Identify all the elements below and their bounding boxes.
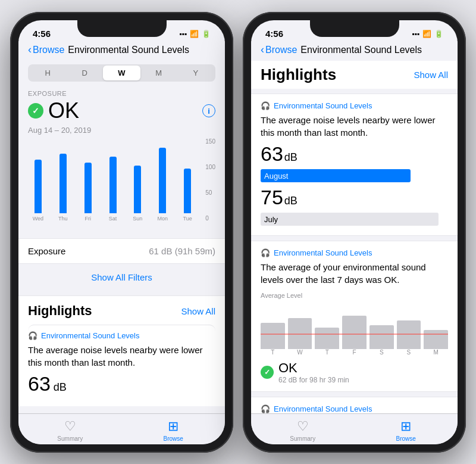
p2-bl-w: W (288, 349, 312, 356)
battery-icon-2: 🔋 (434, 30, 443, 38)
heart-icon-2: ♡ (297, 419, 309, 434)
exposure-row: Exposure 61 dB (91h 59m) (18, 238, 225, 264)
exposure-row-label: Exposure (28, 246, 65, 256)
highlight-text-1: The average noise levels nearby were low… (28, 344, 215, 369)
back-button-2[interactable]: ‹ Browse (261, 43, 297, 56)
chart-col-2: Fri (78, 163, 98, 222)
grid-icon-1: ⊞ (168, 419, 178, 434)
phone-1: 4:56 ↗ ▪▪▪ 📶 🔋 ‹ Browse Environmental So… (10, 12, 233, 453)
phones-container: 4:56 ↗ ▪▪▪ 📶 🔋 ‹ Browse Environmental So… (10, 12, 466, 453)
july-value: 75 (261, 186, 283, 209)
tab-summary-label-2: Summary (290, 435, 315, 442)
p2-bar-labels-2: T W T F S S M (261, 349, 448, 356)
tab-browse-1[interactable]: ⊞ Browse (122, 419, 226, 442)
p2-show-all[interactable]: Show All (414, 70, 448, 80)
avg-line (261, 334, 448, 335)
status-time-2: 4:56 (265, 29, 283, 39)
ear-icon-1: 🎧 (28, 331, 37, 340)
grid-0: 0 (205, 215, 215, 222)
august-db: 63 dB (261, 142, 448, 166)
exposure-section: EXPOSURE ✓ OK i (18, 85, 225, 126)
chart-col-1: Thu (53, 154, 73, 222)
tab-summary-label-1: Summary (57, 435, 83, 442)
bar-6 (184, 169, 191, 213)
avg-level-label: Average Level (261, 292, 448, 299)
notch-2 (310, 20, 399, 37)
ok-text: OK (48, 98, 79, 123)
p2-section-3: 🎧 Environmental Sound Levels Today, the … (251, 397, 458, 413)
signal-icon-2: ▪▪▪ (412, 30, 419, 38)
chevron-icon-1: ‹ (28, 43, 32, 56)
p2-category-2: 🎧 Environmental Sound Levels (261, 248, 448, 257)
chart-col-0: Wed (28, 160, 48, 222)
p2-highlights-title: Highlights (261, 66, 336, 84)
tab-browse-label-2: Browse (396, 435, 416, 442)
notch-1 (77, 20, 167, 37)
p2-section-2: 🎧 Environmental Sound Levels The average… (251, 241, 458, 392)
ear-icon-p2-3: 🎧 (261, 404, 270, 413)
check-circle: ✓ (28, 103, 43, 119)
p2-bar-t (261, 323, 285, 349)
p2-bar-s2 (397, 320, 421, 349)
august-unit: dB (284, 151, 298, 164)
p2-bl-m: M (424, 349, 448, 356)
wifi-icon: 📶 (190, 30, 199, 38)
back-label-1: Browse (33, 45, 64, 55)
segment-bar-1: H D W M Y (18, 61, 225, 85)
chart-col-3: Sat (103, 157, 123, 222)
chart-col-6: Tue (177, 169, 198, 222)
segment-m[interactable]: M (140, 66, 177, 80)
highlights-section-1: Highlights Show All 🎧 Environmental Soun… (18, 295, 225, 406)
p2-bar-s (369, 325, 394, 349)
p2-content: Highlights Show All 🎧 Environmental Soun… (251, 61, 458, 413)
p2-category-1: 🎧 Environmental Sound Levels (261, 101, 448, 110)
p2-category-3: 🎧 Environmental Sound Levels (261, 404, 448, 413)
highlights-header-1: Highlights Show All (28, 303, 215, 319)
p2-section-1: 🎧 Environmental Sound Levels The average… (251, 94, 458, 236)
show-all-filters[interactable]: Show All Filters (18, 264, 225, 291)
phone-2: 4:56 ↗ ▪▪▪ 📶 🔋 ‹ Browse Environmental So… (243, 12, 466, 453)
p2-text-2: The average of your environmental sound … (261, 261, 448, 286)
exposure-label: EXPOSURE (28, 90, 215, 97)
chart-col-5: Mon (152, 148, 173, 222)
p2-bar-m (424, 330, 448, 349)
segment-d[interactable]: D (66, 66, 103, 80)
show-all-link-1[interactable]: Show All (181, 306, 215, 316)
july-bar-wrap: July (261, 213, 448, 226)
date-range: Aug 14 – 20, 2019 (18, 126, 225, 138)
chart-bars-1: Wed Thu Fri Sat (28, 138, 215, 222)
ear-icon-p2-2: 🎧 (261, 248, 270, 257)
tab-browse-2[interactable]: ⊞ Browse (355, 419, 458, 442)
grid-50: 50 (205, 189, 215, 196)
chart-grid-1: 150 100 50 0 (205, 138, 215, 222)
info-button[interactable]: i (202, 104, 215, 117)
p2-bl-t: T (261, 349, 285, 356)
back-button-1[interactable]: ‹ Browse (28, 43, 64, 56)
status-time-1: 4:56 (33, 29, 51, 39)
highlight-category-1: 🎧 Environmental Sound Levels (28, 331, 215, 340)
battery-icon: 🔋 (202, 30, 211, 38)
segment-y[interactable]: Y (177, 66, 214, 80)
grid-icon-2: ⊞ (400, 419, 411, 434)
p2-cat-name-1: Environmental Sound Levels (274, 101, 372, 110)
nav-bar-1: ‹ Browse Environmental Sound Levels (18, 41, 225, 61)
p2-bl-s: S (369, 349, 394, 356)
grid-100: 100 (205, 164, 215, 170)
highlight-value-1: 63 dB (28, 372, 215, 396)
highlight-card-1: 🎧 Environmental Sound Levels The average… (28, 325, 215, 401)
ok-status-2: ✓ OK 62 dB for 98 hr 39 min (261, 360, 448, 384)
bar-label-5: Mon (157, 216, 168, 222)
grid-150: 150 (205, 138, 215, 145)
bar-label-3: Sat (109, 216, 117, 222)
tab-summary-1[interactable]: ♡ Summary (18, 419, 122, 442)
screen-1: 4:56 ↗ ▪▪▪ 📶 🔋 ‹ Browse Environmental So… (18, 20, 225, 444)
segment-w[interactable]: W (103, 66, 140, 80)
bar-label-2: Fri (84, 216, 91, 222)
bar-label-4: Sun (133, 216, 142, 222)
p2-bl-f: F (342, 349, 367, 356)
heart-icon-1: ♡ (64, 419, 76, 434)
segment-h[interactable]: H (29, 66, 66, 80)
p2-chart-2 (261, 301, 448, 349)
tab-summary-2[interactable]: ♡ Summary (251, 419, 355, 442)
back-label-2: Browse (265, 45, 297, 55)
